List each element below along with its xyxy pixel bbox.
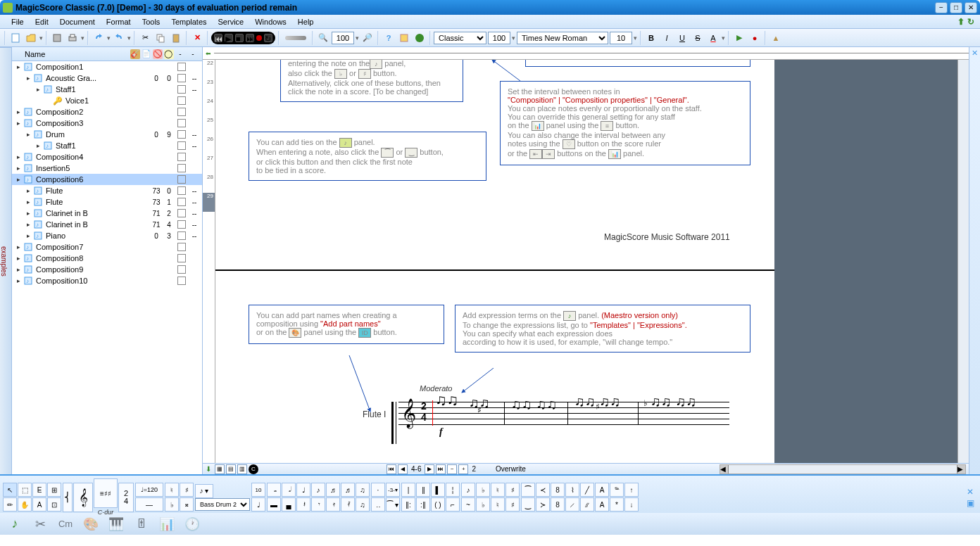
circle-icon[interactable]: ◯ — [164, 49, 174, 59]
final-button[interactable]: ▌ — [431, 483, 445, 497]
ruler-mark[interactable]: 26 — [203, 136, 215, 155]
save-button[interactable] — [50, 31, 64, 45]
trem2-button[interactable]: ⫽ — [580, 497, 594, 512]
quarter-note-button[interactable]: ♩ — [251, 497, 265, 512]
ruler-mark[interactable]: 24 — [203, 98, 215, 117]
eighth-rest-button[interactable]: 𝄾 — [311, 497, 325, 512]
flat3-button[interactable]: ♭ — [476, 483, 490, 497]
repeat-r-button[interactable]: :‖ — [416, 497, 430, 512]
expand-icon[interactable]: ▸ — [15, 277, 22, 284]
tree-row[interactable]: ▸♪Composition10 — [12, 275, 202, 286]
slur-up-button[interactable]: ⁀ — [521, 483, 535, 497]
sixteenth-button[interactable]: ♬ — [326, 483, 340, 497]
paren-button[interactable]: ( ) — [431, 497, 445, 512]
slur-down-button[interactable]: ‿ — [521, 497, 535, 512]
beam2-button[interactable]: ♫ — [356, 497, 370, 512]
tree-row[interactable]: ▸♪Staff1-- — [12, 84, 202, 95]
whole-note-button[interactable]: 𝅝 — [267, 483, 281, 497]
menu-tools[interactable]: Tools — [137, 16, 166, 27]
checkbox[interactable] — [177, 96, 186, 105]
status-btn1[interactable]: ▦ — [215, 464, 225, 474]
half-note-button[interactable]: 𝅗𝅥 — [282, 483, 296, 497]
mark-b-button[interactable]: A — [595, 497, 609, 512]
checkbox[interactable] — [177, 186, 186, 195]
menu-format[interactable]: Format — [101, 16, 137, 27]
info-button[interactable] — [397, 31, 411, 45]
gliss-button[interactable]: ⟋ — [565, 497, 579, 512]
barline2-button[interactable]: ‖ — [416, 483, 430, 497]
font-combo[interactable]: Times New Roman — [517, 32, 608, 44]
tree-row[interactable]: ▸♪Composition2 — [12, 106, 202, 118]
status-btn3[interactable]: ▥ — [237, 464, 247, 474]
tree-row[interactable]: ▸♪Insertion5 — [12, 163, 202, 174]
vertical-scrollbar[interactable] — [957, 60, 969, 463]
prev-page-button[interactable]: ◀ — [398, 464, 408, 474]
symbol-button[interactable]: ⊡ — [47, 497, 61, 512]
menu-document[interactable]: Document — [54, 16, 101, 27]
stop-button[interactable]: ■ — [235, 34, 244, 42]
quarter-button[interactable]: ♩ — [296, 483, 310, 497]
record-red-button[interactable]: ● — [748, 31, 762, 45]
rewind-button[interactable]: ⏮ — [214, 34, 222, 42]
last-page-button[interactable]: ⏭ — [436, 464, 446, 474]
ddot-button[interactable]: ‥ — [371, 497, 385, 512]
flat2-button[interactable]: ♭ — [165, 497, 179, 512]
pedal-up-button[interactable]: * — [610, 497, 624, 512]
tree-row[interactable]: ▸♪Composition1 — [12, 61, 202, 72]
cresc-button[interactable]: ≺ — [536, 483, 550, 497]
zoom-input[interactable] — [332, 32, 354, 44]
tree-row[interactable]: ▸♪Composition4 — [12, 151, 202, 163]
beam-button[interactable]: ♫ — [356, 483, 370, 497]
trem-button[interactable]: ╱ — [580, 483, 594, 497]
expand-icon[interactable]: ▸ — [15, 63, 22, 70]
expand-icon[interactable]: ▸ — [25, 232, 32, 239]
tree-row[interactable]: ▸♪Flute730-- — [12, 185, 202, 196]
ruler-mark[interactable]: 25 — [203, 117, 215, 136]
status-down-icon[interactable]: ⬇ — [206, 465, 211, 473]
panel-close[interactable]: ✕ — [969, 47, 980, 474]
tree-row[interactable]: ▸♪Staff1-- — [12, 140, 202, 151]
ruler-mark[interactable]: 22 — [203, 60, 215, 79]
mixer-mode-icon[interactable]: 🎚 — [132, 515, 151, 533]
checkbox[interactable] — [177, 108, 186, 116]
text-button[interactable]: E — [32, 483, 46, 497]
whole-rest-button[interactable]: ▬ — [267, 497, 281, 512]
tie-button[interactable]: ⁀ ▾ — [386, 497, 400, 512]
mark-a-button[interactable]: A — [595, 483, 609, 497]
underline-button[interactable]: U — [675, 31, 689, 45]
dashed-button[interactable]: ¦ — [446, 483, 460, 497]
sixteenth-rest-button[interactable]: 𝄿 — [326, 497, 340, 512]
print-button[interactable] — [65, 31, 80, 45]
minus-button[interactable]: − — [447, 464, 457, 474]
ruler-mark[interactable]: 27 — [203, 155, 215, 174]
expand-icon[interactable]: ▸ — [25, 75, 32, 82]
text-size-input[interactable] — [610, 32, 632, 44]
oct-up-button[interactable]: 8 — [551, 483, 565, 497]
menu-file[interactable]: File — [6, 16, 30, 27]
checkbox[interactable] — [177, 209, 186, 217]
checkbox[interactable] — [177, 198, 186, 206]
sharp2-button[interactable]: ♯ — [180, 483, 194, 497]
strike-button[interactable]: S — [691, 31, 705, 45]
pointer-button[interactable]: ↖ — [3, 483, 17, 497]
ruler-left-icon[interactable]: ⬅ — [206, 50, 211, 57]
repeat-l-button[interactable]: ‖: — [401, 497, 415, 512]
eraser-button[interactable]: ✏ — [3, 497, 17, 512]
expand-icon[interactable]: ▸ — [34, 86, 42, 93]
tree-row[interactable]: ▸♪Composition9 — [12, 264, 202, 275]
checkbox[interactable] — [177, 231, 186, 240]
forward-button[interactable]: ⏭ — [246, 34, 254, 42]
tree-row[interactable]: ▸♪Clarinet in B712-- — [12, 208, 202, 219]
ruler-mark[interactable]: 29 — [203, 193, 215, 212]
thirtysecond-rest-button[interactable]: 𝅀 — [341, 497, 355, 512]
select-button[interactable]: ⬚ — [18, 483, 32, 497]
ending-button[interactable]: ⌐ — [446, 497, 460, 512]
no-icon[interactable]: 🚫 — [153, 49, 163, 59]
expand-icon[interactable]: ▸ — [15, 255, 22, 262]
style-size-input[interactable] — [488, 32, 510, 44]
expand-icon[interactable]: ▸ — [25, 187, 32, 194]
tree-row[interactable]: ▸♪Flute731-- — [12, 196, 202, 208]
expand-icon[interactable]: ▸ — [25, 131, 32, 138]
expand-icon[interactable]: ▸ — [15, 165, 22, 172]
expand-icon[interactable]: ▸ — [15, 108, 22, 115]
